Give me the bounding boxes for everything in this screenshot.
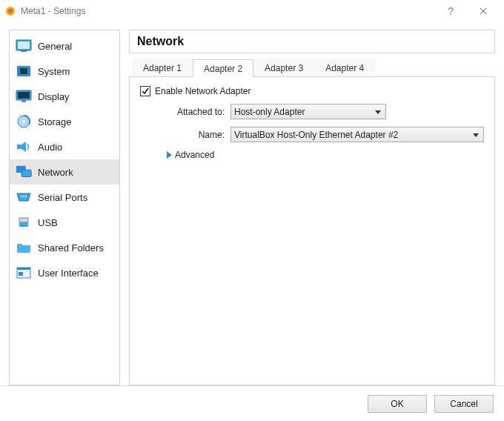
system-icon xyxy=(16,63,32,79)
svg-rect-23 xyxy=(19,272,23,276)
svg-rect-3 xyxy=(18,42,30,49)
advanced-toggle[interactable]: Advanced xyxy=(167,150,484,160)
network-icon xyxy=(16,164,32,180)
titlebar: Meta1 - Settings ? xyxy=(0,0,504,22)
svg-point-18 xyxy=(25,196,27,197)
help-button[interactable]: ? xyxy=(448,5,454,17)
sidebar-label: System xyxy=(38,66,70,77)
sidebar-label: Shared Folders xyxy=(38,242,104,253)
svg-point-17 xyxy=(23,196,24,197)
svg-marker-12 xyxy=(17,142,26,152)
usb-icon xyxy=(16,214,32,231)
svg-rect-14 xyxy=(21,170,31,176)
sidebar-label: User Interface xyxy=(38,268,99,279)
enable-adapter-checkbox[interactable] xyxy=(140,86,150,96)
page-title: Network xyxy=(137,35,487,48)
sidebar-label: General xyxy=(38,41,72,52)
svg-point-16 xyxy=(21,196,22,197)
display-icon xyxy=(16,88,32,105)
attached-to-label: Attached to: xyxy=(158,107,231,117)
svg-rect-6 xyxy=(20,68,27,74)
serial-ports-icon xyxy=(16,189,32,205)
svg-rect-19 xyxy=(19,218,28,222)
sidebar-item-display[interactable]: Display xyxy=(10,84,119,109)
sidebar-item-storage[interactable]: Storage xyxy=(10,109,119,134)
tab-adapter-3[interactable]: Adapter 3 xyxy=(253,59,314,76)
sidebar-label: Display xyxy=(38,91,70,102)
name-label: Name: xyxy=(158,130,231,140)
general-icon xyxy=(16,38,32,54)
enable-adapter-label: Enable Network Adapter xyxy=(155,86,251,96)
sidebar-item-audio[interactable]: Audio xyxy=(10,134,119,159)
audio-icon xyxy=(16,139,32,155)
settings-sidebar: General System Display Storage Audio Net… xyxy=(9,30,120,385)
sidebar-item-system[interactable]: System xyxy=(10,59,119,84)
user-interface-icon xyxy=(16,265,32,281)
svg-rect-9 xyxy=(21,100,26,102)
tab-adapter-4[interactable]: Adapter 4 xyxy=(314,59,375,76)
sidebar-label: Network xyxy=(38,167,73,178)
dialog-footer: OK Cancel xyxy=(0,385,504,421)
svg-rect-4 xyxy=(21,50,27,52)
tab-content: Enable Network Adapter Attached to: Host… xyxy=(129,77,495,385)
sidebar-item-shared-folders[interactable]: Shared Folders xyxy=(10,235,119,260)
sidebar-item-general[interactable]: General xyxy=(10,33,119,59)
sidebar-label: USB xyxy=(38,217,58,228)
tab-adapter-1[interactable]: Adapter 1 xyxy=(132,59,193,76)
sidebar-item-usb[interactable]: USB xyxy=(10,210,119,235)
close-button[interactable] xyxy=(468,0,498,22)
sidebar-item-serial-ports[interactable]: Serial Ports xyxy=(10,185,119,210)
settings-main: Network Adapter 1 Adapter 2 Adapter 3 Ad… xyxy=(129,30,495,385)
sidebar-label: Serial Ports xyxy=(38,192,87,203)
expand-icon xyxy=(167,151,172,159)
sidebar-item-network[interactable]: Network xyxy=(10,159,119,185)
cancel-button[interactable]: Cancel xyxy=(434,395,494,413)
sidebar-label: Audio xyxy=(38,142,62,153)
svg-point-11 xyxy=(22,120,25,123)
page-heading: Network xyxy=(129,30,495,53)
ok-button[interactable]: OK xyxy=(368,395,427,413)
adapter-tabs: Adapter 1 Adapter 2 Adapter 3 Adapter 4 xyxy=(129,59,495,77)
attached-to-select[interactable]: Host-only Adapter xyxy=(231,104,386,119)
shared-folders-icon xyxy=(16,239,32,256)
sidebar-item-user-interface[interactable]: User Interface xyxy=(10,260,119,285)
sidebar-label: Storage xyxy=(38,116,72,127)
app-icon xyxy=(4,5,16,17)
adapter-name-select[interactable]: VirtualBox Host-Only Ethernet Adapter #2 xyxy=(231,127,484,142)
svg-point-1 xyxy=(8,9,13,13)
storage-icon xyxy=(16,113,32,130)
tab-adapter-2[interactable]: Adapter 2 xyxy=(193,59,253,77)
svg-rect-22 xyxy=(17,268,30,270)
svg-rect-20 xyxy=(19,222,28,227)
svg-rect-8 xyxy=(18,92,30,99)
window-title: Meta1 - Settings xyxy=(21,6,85,16)
